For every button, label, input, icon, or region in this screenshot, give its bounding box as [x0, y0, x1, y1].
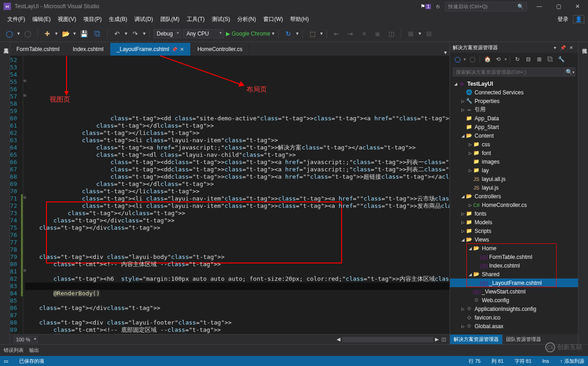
se-collapse-icon[interactable]: ⊟	[524, 55, 533, 64]
tab-index[interactable]: Index.cshtml	[66, 43, 110, 56]
code-editor[interactable]: 视图页 布局页 class="t-tag"><dd class="site-de…	[23, 56, 450, 334]
tree-item[interactable]: ▷⚙Global.asax	[450, 322, 578, 330]
panel-pin-button[interactable]: 📌	[559, 45, 567, 50]
se-showall-icon[interactable]: ⊞	[535, 55, 544, 64]
bottom-tab-output[interactable]: 输出	[29, 347, 39, 354]
user-icon[interactable]: 👤	[573, 15, 584, 23]
tree-item[interactable]: ◢📂Views	[450, 235, 578, 244]
search-icon[interactable]: 🔍▾	[565, 67, 575, 77]
tab-formtable[interactable]: FormTable.cshtml	[10, 43, 66, 56]
tree-item[interactable]: JSlayui.all.js	[450, 175, 578, 183]
se-back-icon[interactable]: ◯	[453, 55, 462, 64]
status-publish[interactable]: ↑ 添加到源	[560, 358, 585, 365]
solution-search-input[interactable]	[453, 67, 565, 77]
tab-homecontroller[interactable]: HomeController.cs	[191, 43, 249, 56]
tabs-overflow-button[interactable]: ▾	[441, 49, 450, 56]
tree-item[interactable]: ◢◈TestLayUI	[450, 79, 578, 88]
tree-item[interactable]: ▷📁fonts	[450, 209, 578, 218]
save-button[interactable]: 💾	[78, 28, 90, 40]
platform-dropdown[interactable]: Any CPU	[183, 29, 224, 38]
pin-icon[interactable]: 📌	[172, 47, 177, 52]
tree-item[interactable]: ▷▫▫引用	[450, 105, 578, 114]
hscroll-track[interactable]	[342, 337, 433, 342]
tree-item[interactable]: ◢📂Home	[450, 244, 578, 253]
menu-debug[interactable]: 调试(D)	[131, 14, 157, 25]
se-sync-icon[interactable]: ⟲	[494, 55, 503, 64]
nav-back-button[interactable]: ◯	[4, 28, 15, 40]
redo-button[interactable]: ↷	[129, 28, 141, 40]
tree-item[interactable]: [@]_LayoutFrame.cshtml	[450, 278, 578, 287]
tree-item[interactable]: ▷🔧Properties	[450, 97, 578, 105]
tree-item[interactable]: ⚙Web.config	[450, 296, 578, 304]
tree-item[interactable]: ▷📁font	[450, 149, 578, 157]
start-debug-button[interactable]: ▶ Google Chrome	[226, 31, 270, 37]
quick-launch-input[interactable]: 快速启动 (Ctrl+Q) 🔍	[445, 2, 527, 11]
menu-help[interactable]: 帮助(H)	[286, 14, 312, 25]
undo-button[interactable]: ↶	[111, 28, 123, 40]
toolbox-sidebar-tab[interactable]: 工具箱	[0, 42, 10, 344]
properties-sidebar-tab[interactable]: 属性	[578, 42, 588, 344]
login-link[interactable]: 登录	[557, 15, 568, 23]
tree-item[interactable]: ◢📂Content	[450, 131, 578, 140]
panel-tab-team[interactable]: 团队资源管理器	[502, 335, 545, 344]
menu-analyze[interactable]: 分析(N)	[234, 14, 260, 25]
hscroll-right[interactable]: ▶	[435, 336, 439, 342]
tb-d[interactable]: ≡	[358, 28, 370, 40]
new-project-button[interactable]: ✚	[41, 28, 53, 40]
se-fwd-icon[interactable]: ◯	[468, 55, 477, 64]
tree-item[interactable]: 📁App_Data	[450, 114, 578, 123]
tree-item[interactable]: 🌐Connected Services	[450, 88, 578, 97]
bottom-tab-errors[interactable]: 错误列表	[4, 347, 24, 354]
menu-build[interactable]: 生成(B)	[105, 14, 131, 25]
menu-file[interactable]: 文件(F)	[4, 14, 29, 25]
menu-project[interactable]: 项目(P)	[80, 14, 105, 25]
notifications-flag-icon[interactable]: ⚑1	[420, 3, 431, 10]
panel-tab-solution[interactable]: 解决方案资源管理器	[450, 335, 502, 344]
config-dropdown[interactable]: Debug	[153, 29, 181, 38]
tree-item[interactable]: JSlayui.js	[450, 183, 578, 192]
tree-item[interactable]: ◢📂Controllers	[450, 192, 578, 201]
menu-window[interactable]: 窗口(W)	[260, 14, 286, 25]
tb-c[interactable]: ⇥	[344, 28, 356, 40]
se-refresh-icon[interactable]: ↻	[513, 55, 522, 64]
save-all-button[interactable]: ⿻	[92, 28, 103, 40]
tree-item[interactable]: [@]_ViewStart.cshtml	[450, 287, 578, 296]
se-home-icon[interactable]: 🏠	[483, 55, 492, 64]
menu-edit[interactable]: 编辑(E)	[29, 14, 54, 25]
tb-a[interactable]: ⬚	[307, 28, 318, 40]
close-button[interactable]: ✕	[571, 3, 584, 10]
tb-b[interactable]: ⇤	[331, 28, 343, 40]
hscroll-left[interactable]: ◀	[337, 336, 340, 342]
menu-team[interactable]: 团队(M)	[157, 14, 183, 25]
tree-item[interactable]: 📁images	[450, 157, 578, 166]
panel-close-button[interactable]: ✕	[567, 45, 575, 50]
tb-h[interactable]: ⊟	[423, 28, 435, 40]
open-file-button[interactable]: 📂	[60, 28, 72, 40]
feedback-icon[interactable]: ⎋	[436, 3, 440, 10]
browser-link-button[interactable]: ↻	[282, 28, 294, 40]
minimize-button[interactable]: —	[532, 3, 546, 10]
close-tab-icon[interactable]: ✕	[180, 46, 184, 52]
solution-tree[interactable]: ◢◈TestLayUI🌐Connected Services▷🔧Properti…	[450, 78, 578, 334]
split-icon[interactable]: ◫	[441, 336, 446, 342]
maximize-button[interactable]: ▢	[552, 3, 565, 10]
se-props-icon[interactable]: 🔧	[557, 55, 566, 64]
nav-forward-button[interactable]: ◯	[22, 28, 34, 40]
tree-item[interactable]: ▷C#HomeController.cs	[450, 201, 578, 209]
menu-tools[interactable]: 工具(T)	[183, 14, 208, 25]
tb-g[interactable]: ⊞	[405, 28, 417, 40]
zoom-dropdown[interactable]: 100 %	[14, 336, 38, 343]
tree-item[interactable]: ◇favicon.ico	[450, 313, 578, 322]
menu-view[interactable]: 视图(V)	[54, 14, 80, 25]
tree-item[interactable]: ▷📁css	[450, 140, 578, 149]
tree-item[interactable]: 📁App_Start	[450, 123, 578, 131]
tb-f[interactable]: ◫	[385, 28, 397, 40]
tab-layoutframe[interactable]: _LayoutFrame.cshtml📌✕	[110, 43, 191, 56]
tree-item[interactable]: ▷📁Models	[450, 218, 578, 227]
tree-item[interactable]: ▷⚙ApplicationInsights.config	[450, 304, 578, 313]
panel-dropdown-button[interactable]: ▾	[551, 45, 559, 50]
menu-test[interactable]: 测试(S)	[208, 14, 234, 25]
tree-item[interactable]: [@]Index.cshtml	[450, 261, 578, 270]
tree-item[interactable]: ▷📁Scripts	[450, 227, 578, 235]
tree-item[interactable]: ▷📁lay	[450, 166, 578, 175]
